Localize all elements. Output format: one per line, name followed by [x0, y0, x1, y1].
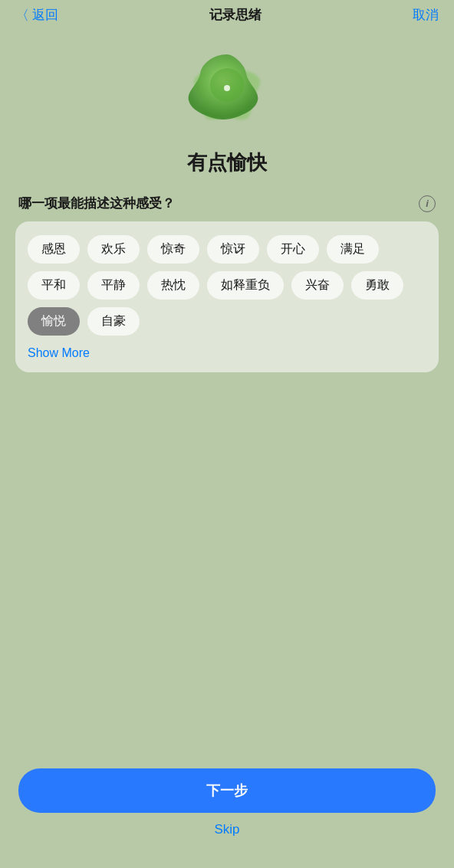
tag-t6[interactable]: 满足: [327, 235, 379, 264]
page-title: 记录思绪: [209, 6, 262, 24]
bottom-section: 下一步 Skip: [0, 756, 454, 868]
info-icon-label: i: [426, 198, 429, 209]
tag-t7[interactable]: 平和: [28, 271, 80, 300]
tag-t11[interactable]: 兴奋: [291, 271, 344, 300]
next-button[interactable]: 下一步: [18, 768, 436, 813]
tag-t14[interactable]: 自豪: [87, 307, 140, 336]
tags-card: 感恩欢乐惊奇惊讶开心满足平和平静热忱如释重负兴奋勇敢愉悦自豪 Show More: [15, 221, 439, 372]
nav-bar: 〈 返回 记录思绪 取消: [0, 0, 454, 33]
info-icon[interactable]: i: [419, 195, 436, 212]
show-more-button[interactable]: Show More: [28, 346, 90, 360]
tag-t13[interactable]: 愉悦: [28, 307, 80, 336]
tag-t5[interactable]: 开心: [267, 235, 319, 264]
tag-t12[interactable]: 勇敢: [351, 271, 403, 300]
mood-title: 有点愉快: [0, 140, 454, 195]
tag-t3[interactable]: 惊奇: [147, 235, 199, 264]
svg-point-1: [224, 85, 230, 91]
tag-t9[interactable]: 热忱: [147, 271, 199, 300]
back-label: 返回: [32, 6, 58, 24]
tags-container: 感恩欢乐惊奇惊讶开心满足平和平静热忱如释重负兴奋勇敢愉悦自豪: [28, 235, 426, 336]
tag-t8[interactable]: 平静: [87, 271, 140, 300]
cancel-button[interactable]: 取消: [413, 6, 439, 24]
back-button[interactable]: 〈 返回: [15, 6, 58, 24]
tag-t1[interactable]: 感恩: [28, 235, 80, 264]
tag-t10[interactable]: 如释重负: [207, 271, 284, 300]
tag-t2[interactable]: 欢乐: [87, 235, 140, 264]
question-text: 哪一项最能描述这种感受？: [18, 195, 175, 212]
flower-icon: [185, 48, 269, 133]
question-row: 哪一项最能描述这种感受？ i: [0, 195, 454, 221]
chevron-left-icon: 〈: [15, 8, 29, 22]
skip-button[interactable]: Skip: [18, 822, 436, 837]
mood-flower: [0, 33, 454, 140]
tag-t4[interactable]: 惊讶: [207, 235, 259, 264]
